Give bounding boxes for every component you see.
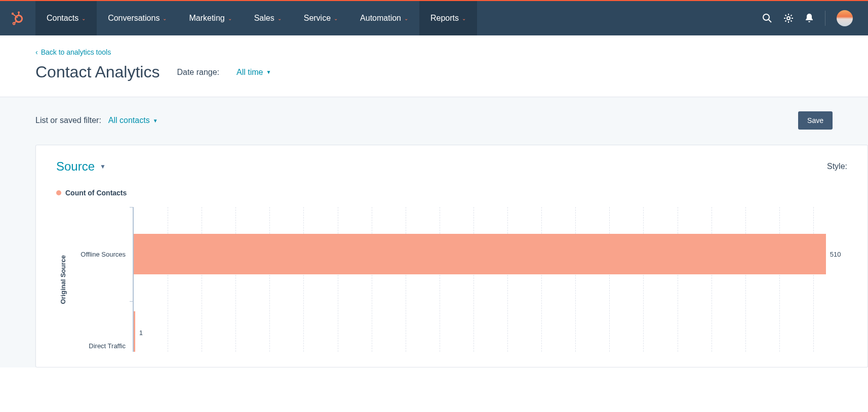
nav-divider: [825, 11, 825, 26]
nav-item-automation[interactable]: Automation⌄: [349, 1, 419, 35]
filter-dropdown[interactable]: All contacts ▼: [108, 116, 158, 125]
legend-label: Count of Contacts: [65, 189, 127, 197]
chart-legend: Count of Contacts: [56, 189, 847, 197]
page-header: ‹ Back to analytics tools Contact Analyt…: [0, 35, 868, 97]
nav-item-service[interactable]: Service⌄: [293, 1, 349, 35]
caret-down-icon: ▼: [100, 163, 106, 170]
chart-plot: 510 1: [133, 207, 847, 352]
style-label: Style:: [827, 162, 847, 171]
bar-row: 510: [134, 207, 847, 301]
hubspot-logo-icon: [10, 11, 25, 26]
chevron-down-icon: ⌄: [82, 16, 86, 21]
filter-label: List or saved filter:: [35, 116, 101, 125]
back-link-label: Back to analytics tools: [41, 48, 111, 56]
bell-icon[interactable]: [805, 13, 814, 23]
nav-right: [762, 10, 868, 26]
chevron-down-icon: ⌄: [163, 16, 167, 21]
nav-label: Automation: [360, 14, 401, 23]
date-range-value: All time: [236, 68, 263, 77]
chevron-down-icon: ⌄: [334, 16, 338, 21]
search-icon[interactable]: [762, 13, 772, 23]
gear-icon[interactable]: [783, 13, 794, 23]
nav-item-sales[interactable]: Sales⌄: [243, 1, 293, 35]
bar-value-label: 510: [830, 251, 841, 258]
breakdown-label: Source: [56, 159, 95, 174]
svg-line-8: [769, 20, 771, 22]
date-range-dropdown[interactable]: All time ▼: [236, 68, 271, 77]
breakdown-dropdown[interactable]: Source ▼: [56, 159, 106, 174]
card-wrap: Source ▼ Style: Count of Contacts Origin…: [0, 130, 868, 367]
top-nav: Contacts⌄ Conversations⌄ Marketing⌄ Sale…: [0, 0, 868, 35]
hubspot-logo[interactable]: [0, 11, 35, 26]
nav-item-marketing[interactable]: Marketing⌄: [178, 1, 243, 35]
svg-point-7: [763, 14, 769, 20]
svg-point-4: [18, 12, 20, 14]
chart-category: Offline Sources: [67, 207, 133, 301]
bar-value-label: 1: [139, 329, 143, 352]
caret-down-icon: ▼: [153, 118, 158, 123]
report-card: Source ▼ Style: Count of Contacts Origin…: [35, 145, 868, 367]
chart-bars: 510 1: [134, 207, 847, 352]
nav-item-conversations[interactable]: Conversations⌄: [97, 1, 178, 35]
axis-tick: [130, 207, 134, 208]
chevron-left-icon: ‹: [35, 48, 38, 56]
chevron-down-icon: ⌄: [228, 16, 232, 21]
chart-ylabel: Original Source: [56, 255, 67, 304]
page-title: Contact Analytics: [35, 63, 160, 81]
nav-label: Conversations: [108, 14, 160, 23]
chart-y-categories: Offline Sources Direct Traffic: [67, 207, 133, 352]
bar-row: 1: [134, 301, 847, 352]
nav-item-reports[interactable]: Reports⌄: [419, 1, 477, 35]
nav-items: Contacts⌄ Conversations⌄ Marketing⌄ Sale…: [35, 1, 477, 35]
bar[interactable]: [134, 311, 135, 352]
nav-label: Sales: [254, 14, 274, 23]
chevron-down-icon: ⌄: [404, 16, 408, 21]
svg-point-6: [13, 23, 15, 25]
filter-value: All contacts: [108, 116, 150, 125]
caret-down-icon: ▼: [266, 69, 271, 75]
nav-label: Contacts: [47, 14, 78, 23]
nav-label: Marketing: [189, 14, 224, 23]
bar[interactable]: [134, 234, 826, 274]
axis-tick: [130, 301, 134, 302]
nav-item-contacts[interactable]: Contacts⌄: [35, 1, 97, 35]
chevron-down-icon: ⌄: [278, 16, 282, 21]
nav-label: Reports: [430, 14, 459, 23]
chart-category: Direct Traffic: [67, 301, 133, 352]
legend-dot-icon: [56, 190, 61, 195]
save-button[interactable]: Save: [798, 111, 833, 130]
filter-bar: List or saved filter: All contacts ▼ Sav…: [0, 97, 868, 130]
back-link[interactable]: ‹ Back to analytics tools: [35, 48, 111, 56]
chevron-down-icon: ⌄: [462, 16, 466, 21]
nav-label: Service: [304, 14, 331, 23]
avatar[interactable]: [837, 10, 853, 26]
date-range-label: Date range:: [177, 68, 219, 77]
chart: Original Source Offline Sources Direct T…: [56, 207, 847, 352]
svg-point-9: [787, 17, 790, 20]
